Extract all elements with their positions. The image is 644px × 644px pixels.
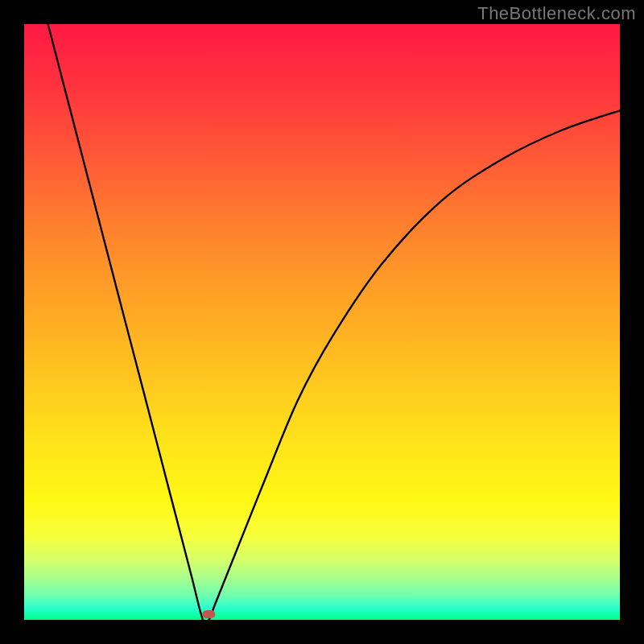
watermark-text: TheBottleneck.com	[477, 3, 636, 24]
curve-svg	[24, 24, 620, 620]
chart-frame: TheBottleneck.com	[0, 0, 644, 644]
min-marker	[202, 610, 215, 618]
bottleneck-curve	[48, 24, 620, 624]
plot-area	[24, 24, 620, 620]
